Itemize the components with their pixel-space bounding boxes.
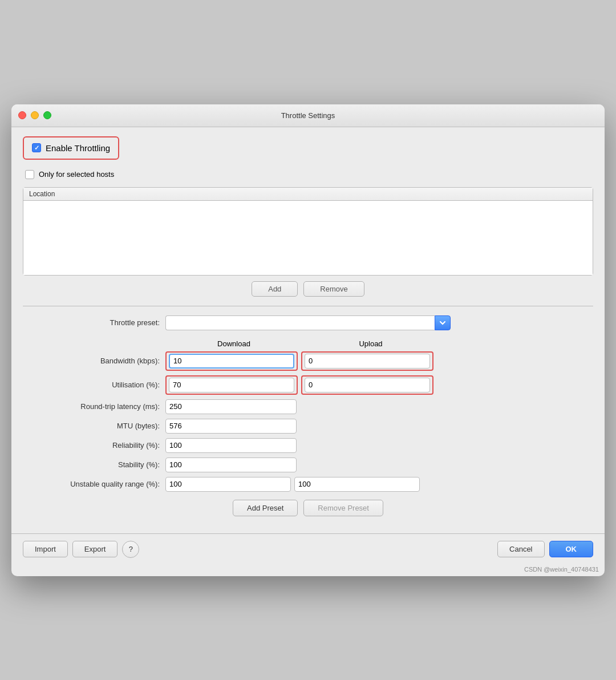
only-hosts-checkbox[interactable] [25,170,34,179]
unstable-row: Unstable quality range (%): [23,477,593,492]
enable-throttling-box: Enable Throttling [23,136,119,160]
main-content: Enable Throttling Only for selected host… [11,127,605,533]
location-table: Location [23,187,593,276]
roundtrip-label: Round-trip latency (ms): [46,402,160,411]
preset-input-wrapper [165,315,451,330]
upload-header: Upload [302,339,439,348]
reliability-label: Reliability (%): [46,441,160,450]
bandwidth-download-box [165,351,298,371]
throttle-preset-input[interactable] [165,315,435,330]
reliability-row: Reliability (%): [23,438,593,453]
roundtrip-row: Round-trip latency (ms): [23,399,593,414]
utilisation-download-box [165,375,298,395]
unstable-input-1[interactable] [165,477,291,492]
unstable-label: Unstable quality range (%): [46,480,160,488]
titlebar: Throttle Settings [11,104,605,127]
remove-button[interactable]: Remove [303,281,364,297]
preset-buttons-row: Add Preset Remove Preset [23,500,593,516]
watermark: CSDN @weixin_40748431 [11,565,605,576]
download-header: Download [165,339,302,348]
export-button[interactable]: Export [72,541,118,557]
reliability-input[interactable] [165,438,297,453]
window-controls [18,111,51,119]
divider [23,306,593,306]
import-button[interactable]: Import [23,541,68,557]
stability-label: Stability (%): [46,460,160,469]
preset-dropdown-button[interactable] [435,315,451,330]
mtu-label: MTU (bytes): [46,422,160,430]
utilisation-download-input[interactable] [169,378,294,392]
utilisation-upload-input[interactable] [305,378,430,392]
location-body[interactable] [23,201,593,275]
maximize-button[interactable] [43,111,51,119]
only-hosts-label: Only for selected hosts [39,170,114,179]
bandwidth-download-input[interactable] [169,354,294,369]
close-button[interactable] [18,111,26,119]
throttle-preset-label: Throttle preset: [46,318,160,327]
unstable-fields [165,477,420,492]
bandwidth-upload-box [301,351,433,371]
ok-button[interactable]: OK [549,541,594,557]
add-button[interactable]: Add [252,281,298,297]
mtu-input[interactable] [165,419,297,434]
throttle-settings-window: Throttle Settings Enable Throttling Only… [11,104,605,576]
enable-throttling-checkbox[interactable] [32,143,41,152]
unstable-input-2[interactable] [294,477,420,492]
bandwidth-row: Bandwidth (kbps): [23,351,593,371]
dl-ul-header-row: Download Upload [23,339,593,348]
utilisation-upload-box [301,375,433,395]
only-hosts-row: Only for selected hosts [25,170,593,179]
bandwidth-label: Bandwidth (kbps): [46,357,160,365]
help-button[interactable]: ? [122,541,139,558]
window-title: Throttle Settings [281,111,335,120]
add-remove-row: Add Remove [23,281,593,297]
add-preset-button[interactable]: Add Preset [233,500,298,516]
cancel-button[interactable]: Cancel [497,541,544,557]
location-header: Location [23,188,593,201]
enable-throttling-label: Enable Throttling [46,143,110,153]
utilisation-row: Utilisation (%): [23,375,593,395]
roundtrip-input[interactable] [165,399,297,414]
mtu-row: MTU (bytes): [23,419,593,434]
utilisation-label: Utilisation (%): [46,381,160,389]
throttle-preset-row: Throttle preset: [23,315,593,330]
minimize-button[interactable] [31,111,39,119]
stability-input[interactable] [165,458,297,472]
bandwidth-upload-input[interactable] [305,354,430,369]
remove-preset-button[interactable]: Remove Preset [303,500,383,516]
stability-row: Stability (%): [23,458,593,472]
bottom-bar: Import Export ? Cancel OK [11,533,605,565]
